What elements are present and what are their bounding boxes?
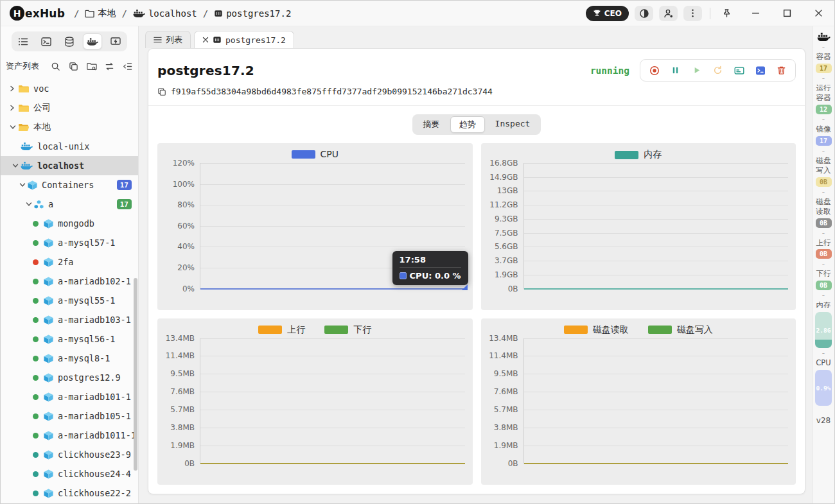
axis-tick-label: 1.9MB (486, 441, 518, 450)
view-tab-Inspect[interactable]: Inspect (486, 116, 540, 133)
transfer-button[interactable] (104, 61, 115, 72)
attach-button[interactable] (734, 65, 744, 76)
titlebar-separator (710, 8, 710, 19)
chart-legend: 内存 (481, 149, 796, 161)
tab-close-icon[interactable] (202, 37, 209, 43)
tree-item-本地[interactable]: 本地 (1, 117, 138, 137)
legend-item[interactable]: CPU (292, 149, 338, 159)
series-line (200, 288, 465, 290)
grid-line (200, 446, 465, 446)
minimize-button[interactable] (744, 4, 766, 22)
restart-button[interactable] (712, 65, 723, 76)
tree-item-公司[interactable]: 公司 (1, 98, 138, 117)
tree-item-a-mariadb102-1[interactable]: a-mariadb102-1 (1, 272, 138, 291)
tree-item-a-mariadb103-1[interactable]: a-mariadb103-1 (1, 310, 138, 329)
tooltip-value: CPU: 0.0 % (410, 271, 461, 281)
folderView-button[interactable] (86, 61, 97, 72)
exec-button[interactable] (755, 65, 766, 76)
pause-button[interactable] (670, 65, 681, 76)
delete-button[interactable] (776, 65, 787, 76)
toolbar-database-button[interactable] (60, 33, 79, 49)
axis-tick-label: 7.6MB (486, 387, 518, 396)
status-dot-green (33, 413, 39, 419)
toolbar-docker-button[interactable] (83, 33, 102, 49)
tree-item-voc[interactable]: voc (1, 79, 138, 98)
tree-item-a-mariadb101-1[interactable]: a-mariadb101-1 (1, 387, 138, 406)
status-dot-green (33, 279, 39, 284)
chevron-right-icon[interactable] (10, 85, 18, 92)
view-tab-摘要[interactable]: 摘要 (414, 116, 449, 133)
tree-item-a-mysql57-1[interactable]: a-mysql57-1 (1, 233, 138, 252)
chevron-down-icon[interactable] (19, 182, 28, 187)
tree-item-clickhouse23-9[interactable]: clickhouse23-9 (1, 445, 138, 464)
breadcrumb-item[interactable]: 本地 (85, 8, 116, 19)
tree-item-local-unix[interactable]: local-unix (1, 137, 138, 156)
chevron-down-icon[interactable] (10, 125, 18, 130)
toolbar-terminal-button[interactable] (37, 33, 56, 49)
axis-tick-label: 0B (163, 459, 195, 468)
chevron-down-icon[interactable] (26, 202, 34, 207)
chevron-right-icon[interactable] (10, 105, 18, 111)
pin-button[interactable] (718, 6, 735, 21)
collapse-button[interactable] (122, 61, 133, 72)
tree-item-a-mysql56-1[interactable]: a-mysql56-1 (1, 329, 138, 349)
app-window: H exHub /本地/localhost/postgres17.2 CEO 资… (0, 0, 835, 504)
rail-stat-value: 17 (816, 136, 832, 146)
legend-swatch (292, 150, 315, 159)
cube-icon (44, 257, 53, 267)
rail-stat-value: 0B (816, 218, 832, 228)
cube-icon (44, 277, 53, 286)
tree-item-a-mariadb105-1[interactable]: a-mariadb105-1 (1, 406, 138, 426)
more-menu-button[interactable] (683, 6, 702, 21)
container-actions (640, 59, 796, 82)
legend-item[interactable]: 内存 (615, 149, 662, 161)
breadcrumb-item[interactable]: localhost (133, 8, 197, 19)
tab-postgres17.2[interactable]: postgres17.2 (194, 31, 294, 48)
series-line (524, 463, 789, 464)
copy-button[interactable] (68, 61, 79, 72)
legend-item[interactable]: 下行 (324, 324, 371, 336)
account-button[interactable] (659, 6, 678, 21)
legend-swatch (615, 151, 638, 159)
tree-item-a-mysql55-1[interactable]: a-mysql55-1 (1, 291, 138, 310)
grid-line (523, 177, 789, 178)
tree-item-a-mysql8-1[interactable]: a-mysql8-1 (1, 349, 138, 368)
tree-item-a-mariadb1011-1[interactable]: a-mariadb1011-1 (1, 426, 138, 445)
tree-item-a-dropbear-1[interactable]: a-dropbear-1 (1, 503, 138, 503)
toolbar-screen-button[interactable] (106, 33, 125, 49)
tree-item-clickhouse24-4[interactable]: clickhouse24-4 (1, 464, 138, 483)
tree-item-label: clickhouse23-9 (58, 449, 131, 460)
axis-tick-label: 0B (486, 459, 518, 468)
tree-item-Containers[interactable]: Containers17 (1, 175, 138, 195)
tree-item-mongodb[interactable]: mongodb (1, 214, 138, 233)
play-button[interactable] (691, 65, 702, 76)
search-button[interactable] (50, 61, 61, 72)
breadcrumb-item[interactable]: postgres17.2 (214, 8, 291, 19)
grid-line (523, 219, 789, 220)
legend-item[interactable]: 上行 (258, 324, 305, 336)
toolbar-list-button[interactable] (13, 33, 33, 49)
folder-icon (18, 85, 29, 93)
close-button[interactable] (807, 4, 829, 22)
tree-item-label: a-mariadb102-1 (58, 276, 131, 286)
docker-icon (87, 37, 98, 46)
version-label: v28 (816, 416, 831, 425)
tree-item-postgres12.9[interactable]: postgres12.9 (1, 368, 138, 387)
stop-button[interactable] (649, 65, 660, 76)
theme-toggle-button[interactable] (635, 6, 653, 21)
view-tab-趋势[interactable]: 趋势 (450, 116, 485, 133)
tree-item-clickhouse22-2[interactable]: clickhouse22-2 (1, 483, 138, 503)
copy-icon (69, 62, 78, 71)
count-badge: 17 (117, 199, 132, 209)
legend-item[interactable]: 磁盘写入 (648, 324, 713, 336)
ceo-badge[interactable]: CEO (586, 6, 629, 21)
sidebar-scrollbar[interactable] (134, 278, 137, 471)
tree-item-a[interactable]: a17 (1, 195, 138, 214)
tab-列表[interactable]: 列表 (145, 31, 191, 48)
chevron-down-icon[interactable] (12, 163, 21, 168)
copy-icon[interactable] (157, 87, 166, 96)
maximize-button[interactable] (776, 4, 798, 22)
legend-item[interactable]: 磁盘读取 (564, 324, 629, 336)
tree-item-2fa[interactable]: 2fa (1, 252, 138, 272)
tree-item-localhost[interactable]: localhost (1, 156, 138, 175)
